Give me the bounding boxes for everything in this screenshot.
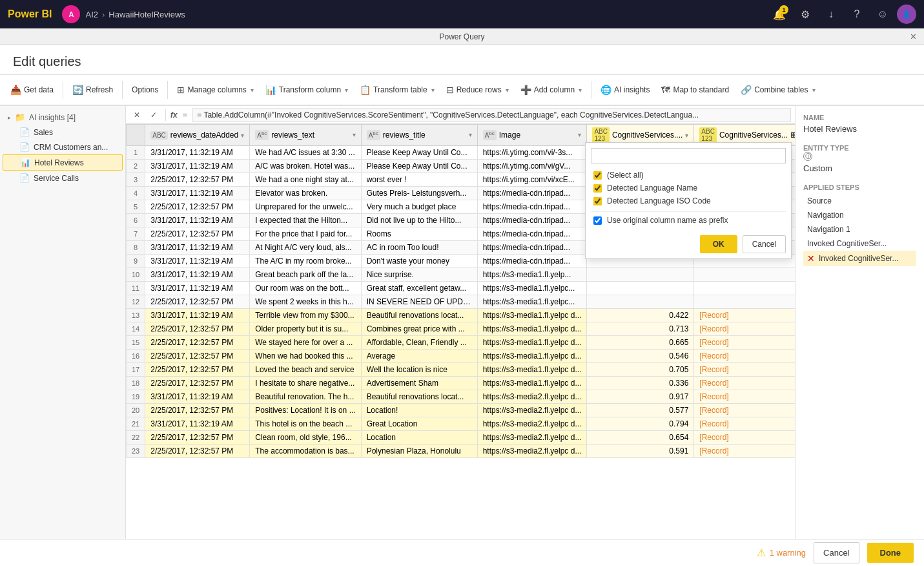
user-avatar-circle[interactable]: A [62,5,80,23]
reduce-rows-chevron: ▾ [506,87,509,94]
cog2-dropdown-icon[interactable]: ⊞ [790,131,795,140]
cell-date: 2/25/2017, 12:32:57 PM [145,173,250,187]
notification-button[interactable]: 🔔 1 [768,3,791,26]
map-to-standard-icon: 🗺 [661,85,670,95]
text-dropdown-icon[interactable]: ▾ [353,131,356,138]
sidebar-item-sales[interactable]: 📄 Sales [3,125,123,140]
table-row[interactable]: 193/31/2017, 11:32:19 AMBeautiful renova… [127,390,796,404]
transform-table-button[interactable]: 📋 Transform table ▾ [354,82,440,98]
table-row[interactable]: 152/25/2017, 12:32:57 PMWe stayed here f… [127,336,796,350]
cell-image: https://s3-media2.fl.yelpc d... [477,390,587,404]
checkbox-lang-name[interactable]: Detected Language Name [591,182,786,194]
applied-step-0[interactable]: Source [803,194,916,208]
cell-date: 2/25/2017, 12:32:57 PM [145,295,250,309]
table-row[interactable]: 213/31/2017, 11:32:19 AMThis hotel is on… [127,417,796,431]
pq-close-button[interactable]: × [910,31,916,43]
col-header-date[interactable]: ABC reviews_dateAdded ▾ [145,125,250,146]
ai-insights-button[interactable]: 🌐 AI insights [595,82,655,98]
sidebar-label-hotel: Hotel Reviews [34,158,84,167]
dropdown-search-input[interactable] [591,148,786,163]
user-avatar[interactable]: 👤 [897,5,916,24]
cancel-button[interactable]: Cancel [814,542,859,563]
table-row[interactable]: 162/25/2017, 12:32:57 PMWhen we had book… [127,350,796,363]
cell-date: 3/31/2017, 11:32:19 AM [145,187,250,200]
cell-text: Loved the beach and service [250,363,361,377]
row-number: 6 [127,214,145,227]
cell-image: https://s3-media1.fl.yelpc... [477,282,587,295]
sidebar-item-hotel-reviews[interactable]: 📊 Hotel Reviews [3,154,123,171]
checkbox-lang-iso-input[interactable] [593,197,602,205]
col-header-text[interactable]: Abc reviews_text ▾ [250,125,361,146]
smiley-button[interactable]: ☺ [871,3,894,26]
help-button[interactable]: ? [845,3,868,26]
table-row[interactable]: 122/25/2017, 12:32:57 PMWe spent 2 weeks… [127,295,796,309]
col-label-date: reviews_dateAdded [170,131,238,140]
use-prefix-checkbox[interactable] [593,216,602,225]
map-to-standard-button[interactable]: 🗺 Map to standard [656,82,734,98]
download-button[interactable]: ↓ [819,3,843,26]
step-delete-icon[interactable]: ✕ [807,253,815,264]
row-number: 7 [127,227,145,241]
record-badge: [Record] [699,365,728,374]
toolbar: 📥 Get data 🔄 Refresh Options ⊞ Manage co… [0,75,924,106]
cell-date: 2/25/2017, 12:32:57 PM [145,336,250,350]
cell-text: Terrible view from my $300... [250,309,361,322]
cell-cog2: [Record] [694,431,795,445]
table-row[interactable]: 182/25/2017, 12:32:57 PMI hesitate to sh… [127,377,796,390]
table-row[interactable]: 222/25/2017, 12:32:57 PMClean room, old … [127,431,796,445]
applied-step-4[interactable]: ✕Invoked CognitiveSer... [803,251,916,266]
get-data-button[interactable]: 📥 Get data [5,82,59,98]
formula-content[interactable]: = Table.AddColumn(#"Invoked CognitiveSer… [192,108,791,122]
applied-step-2[interactable]: Navigation 1 [803,222,916,236]
reduce-rows-button[interactable]: ⊟ Reduce rows ▾ [441,82,514,98]
cell-text: At Night A/C very loud, als... [250,241,361,255]
manage-columns-button[interactable]: ⊞ Manage columns ▾ [172,82,258,98]
add-column-button[interactable]: ➕ Add column ▾ [515,82,587,98]
col-header-title[interactable]: Abc reviews_title ▾ [361,125,477,146]
options-button[interactable]: Options [127,83,163,97]
formula-separator [165,109,166,121]
cell-image: https://s3-media1.fl.yelpc... [477,295,587,309]
sidebar-ai-insights[interactable]: ▸ 📁 AI insights [4] [3,110,123,125]
table-row[interactable]: 133/31/2017, 11:32:19 AMTerrible view fr… [127,309,796,322]
cell-cog1: 0.794 [587,417,694,431]
crm-table-icon: 📄 [19,142,30,152]
applied-step-3[interactable]: Invoked CognitiveSer... [803,236,916,251]
content-area: ▸ 📁 AI insights [4] 📄 Sales 📄 CRM Custom… [0,106,924,539]
refresh-button[interactable]: 🔄 Refresh [67,82,118,98]
grid-container[interactable]: ABC reviews_dateAdded ▾ Abc reviews_text… [126,124,795,539]
combine-tables-icon: 🔗 [741,85,752,95]
cell-image: https://s3-media2.fl.yelpc d... [477,404,587,417]
applied-step-1[interactable]: Navigation [803,208,916,222]
dropdown-cancel-button[interactable]: Cancel [743,235,786,253]
formula-accept-btn[interactable]: ✓ [147,108,161,122]
checkbox-select-all[interactable]: (Select all) [591,169,786,182]
checkbox-select-all-input[interactable] [593,171,602,180]
formula-cancel-btn[interactable]: ✕ [130,108,144,122]
done-button[interactable]: Done [867,543,914,563]
checkbox-lang-iso[interactable]: Detected Language ISO Code [591,194,786,207]
image-dropdown-icon[interactable]: ▾ [578,131,581,138]
table-row[interactable]: 142/25/2017, 12:32:57 PMOlder property b… [127,322,796,336]
title-dropdown-icon[interactable]: ▾ [469,131,472,138]
table-row[interactable]: 103/31/2017, 11:32:19 AMGreat beach park… [127,268,796,282]
transform-column-button[interactable]: 📊 Transform column ▾ [260,82,353,98]
combine-tables-button[interactable]: 🔗 Combine tables ▾ [735,82,820,98]
cell-text: When we had booked this ... [250,350,361,363]
table-row[interactable]: 113/31/2017, 11:32:19 AMOur room was on … [127,282,796,295]
refresh-icon: 🔄 [72,85,83,95]
dropdown-ok-button[interactable]: OK [700,235,737,253]
table-row[interactable]: 202/25/2017, 12:32:57 PMPositives: Locat… [127,404,796,417]
record-badge: [Record] [699,433,728,442]
sidebar-item-crm[interactable]: 📄 CRM Customers an... [3,140,123,154]
checkbox-lang-name-input[interactable] [593,184,602,193]
settings-button[interactable]: ⚙ [794,3,817,26]
table-row[interactable]: 172/25/2017, 12:32:57 PMLoved the beach … [127,363,796,377]
sidebar-item-service-calls[interactable]: 📄 Service Calls [3,171,123,185]
cell-title: Very much a budget place [361,200,477,214]
col-header-image[interactable]: Abc Image ▾ [477,125,587,146]
table-row[interactable]: 232/25/2017, 12:32:57 PMThe accommodatio… [127,445,796,458]
cell-text: We had A/C issues at 3:30 ... [250,146,361,160]
cog1-dropdown-icon[interactable]: ▾ [685,132,688,139]
date-dropdown-icon[interactable]: ▾ [241,132,244,139]
